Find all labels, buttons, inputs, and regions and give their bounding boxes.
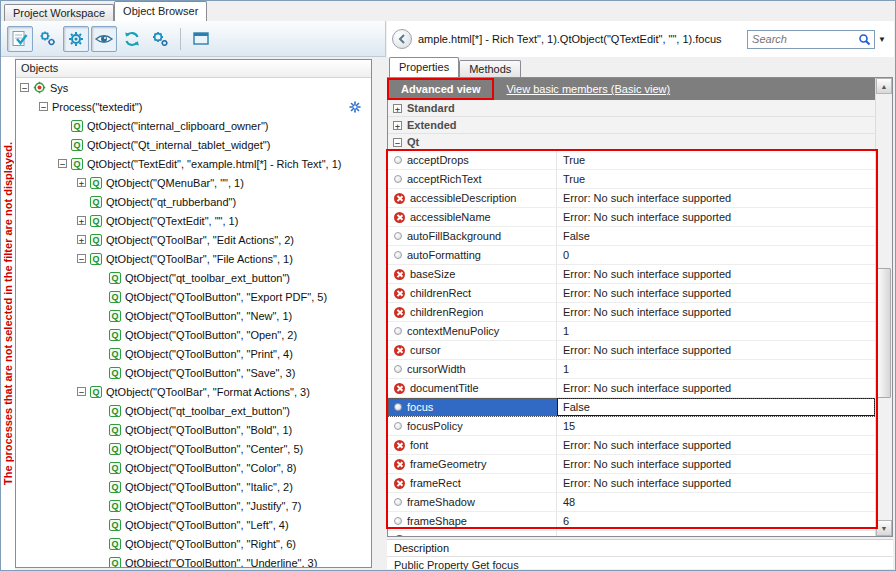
property-row-accessibleDescription[interactable]: accessibleDescriptionError: No such inte… — [388, 189, 875, 208]
error-icon — [394, 459, 405, 470]
property-value[interactable]: False — [557, 398, 875, 416]
tree-item[interactable]: QQtObject("QToolButton", "Left", 4) — [16, 515, 371, 534]
tab-methods[interactable]: Methods — [459, 60, 521, 77]
property-row-focus[interactable]: focusFalse — [388, 398, 875, 417]
collapse-icon[interactable]: − — [77, 387, 86, 396]
property-name-cell: frameShadow — [388, 493, 557, 511]
section-qt[interactable]: −Qt — [388, 134, 875, 151]
expand-icon[interactable]: + — [77, 216, 86, 225]
tree-item[interactable]: QQtObject("QToolButton", "Right", 6) — [16, 534, 371, 553]
tab-project-workspace[interactable]: Project Workspace — [4, 4, 114, 21]
collapse-icon[interactable]: − — [77, 254, 86, 263]
property-name-cell: frameGeometry — [388, 455, 557, 473]
advanced-view-label[interactable]: Advanced view — [391, 80, 490, 98]
search-dropdown-arrow[interactable]: ▼ — [875, 35, 889, 44]
collapse-icon[interactable]: − — [393, 138, 402, 147]
property-row-contextMenuPolicy[interactable]: contextMenuPolicy1 — [388, 322, 875, 341]
tab-object-browser[interactable]: Object Browser — [114, 1, 207, 21]
inspector-tabstrip: Properties Methods — [387, 57, 893, 77]
property-row-autoFormatting[interactable]: autoFormatting0 — [388, 246, 875, 265]
tree-item[interactable]: QQtObject("qt_toolbar_ext_button") — [16, 268, 371, 287]
collapse-icon[interactable]: − — [20, 83, 29, 92]
property-icon — [394, 156, 402, 164]
tree-item[interactable]: −QQtObject("QToolBar", "File Actions", 1… — [16, 249, 371, 268]
tree-item[interactable]: QQtObject("QToolButton", "Justify", 7) — [16, 496, 371, 515]
tree-item[interactable]: QQtObject("QToolButton", "New", 1) — [16, 306, 371, 325]
scroll-down-button[interactable]: ▼ — [876, 520, 892, 536]
property-row-childrenRegion[interactable]: childrenRegionError: No such interface s… — [388, 303, 875, 322]
property-row-frameShadow[interactable]: frameShadow48 — [388, 493, 875, 512]
qtobject-icon: Q — [109, 557, 121, 568]
vertical-scrollbar[interactable]: ▲ ▼ — [875, 78, 892, 536]
refresh-button[interactable] — [119, 26, 145, 52]
scroll-thumb[interactable] — [877, 268, 891, 398]
qtobject-icon: Q — [90, 177, 102, 189]
property-name: focus — [407, 401, 433, 413]
property-row-focusPolicy[interactable]: focusPolicy15 — [388, 417, 875, 436]
basic-view-link[interactable]: View basic members (Basic view) — [506, 83, 670, 95]
property-row-acceptDrops[interactable]: acceptDropsTrue — [388, 151, 875, 170]
tree-item[interactable]: −Process("textedit") — [16, 97, 371, 116]
property-value: 15 — [557, 417, 875, 435]
tree-item-label: QtObject("QTextEdit", "", 1) — [106, 215, 238, 227]
tree-item[interactable]: −QQtObject("QToolBar", "Format Actions",… — [16, 382, 371, 401]
tree-item[interactable]: QQtObject("qt_rubberband") — [16, 192, 371, 211]
object-map-button[interactable] — [35, 26, 61, 52]
tree-item[interactable]: QQtObject("QToolButton", "Italic", 2) — [16, 477, 371, 496]
property-row-accessibleName[interactable]: accessibleNameError: No such interface s… — [388, 208, 875, 227]
collapse-icon[interactable]: − — [58, 159, 67, 168]
property-value: Error: No such interface supported — [557, 208, 875, 226]
property-row-cursor[interactable]: cursorError: No such interface supported — [388, 341, 875, 360]
property-name: acceptRichText — [407, 173, 482, 185]
property-icon — [394, 422, 402, 430]
search-input[interactable] — [752, 33, 858, 45]
tree-item[interactable]: −QQtObject("TextEdit", "example.html[*] … — [16, 154, 371, 173]
property-icon — [394, 232, 402, 240]
expand-icon[interactable]: + — [77, 235, 86, 244]
tree-item[interactable]: QQtObject("QToolButton", "Underline", 3) — [16, 553, 371, 567]
tree-item[interactable]: QQtObject("QToolButton", "Export PDF", 5… — [16, 287, 371, 306]
tree-item[interactable]: QQtObject("QToolButton", "Open", 2) — [16, 325, 371, 344]
property-row-font[interactable]: fontError: No such interface supported — [388, 436, 875, 455]
tab-properties[interactable]: Properties — [389, 57, 459, 77]
property-icon — [394, 327, 402, 335]
watch-eye-button[interactable] — [91, 26, 117, 52]
expand-icon[interactable]: + — [393, 121, 402, 130]
property-row-autoFillBackground[interactable]: autoFillBackgroundFalse — [388, 227, 875, 246]
tree-item[interactable]: +QQtObject("QMenuBar", "", 1) — [16, 173, 371, 192]
collapse-icon[interactable]: − — [39, 102, 48, 111]
property-row-baseSize[interactable]: baseSizeError: No such interface support… — [388, 265, 875, 284]
back-button[interactable] — [392, 29, 412, 49]
tree-item[interactable]: QQtObject("QToolButton", "Color", 8) — [16, 458, 371, 477]
property-row-cursorWidth[interactable]: cursorWidth1 — [388, 360, 875, 379]
property-name: autoFillBackground — [407, 230, 501, 242]
app-window-button[interactable] — [188, 26, 214, 52]
tree-item[interactable]: QQtObject("Qt_internal_tablet_widget") — [16, 135, 371, 154]
tree-item[interactable]: QQtObject("internal_clipboard_owner") — [16, 116, 371, 135]
tree-item[interactable]: +QQtObject("QToolBar", "Edit Actions", 2… — [16, 230, 371, 249]
section-extended[interactable]: +Extended — [388, 117, 875, 134]
property-row-acceptRichText[interactable]: acceptRichTextTrue — [388, 170, 875, 189]
property-row-frameRect[interactable]: frameRectError: No such interface suppor… — [388, 474, 875, 493]
tree-item[interactable]: QQtObject("QToolButton", "Center", 5) — [16, 439, 371, 458]
property-row-frameSize[interactable]: frameSizeError: No such interface suppor… — [388, 531, 875, 536]
property-row-documentTitle[interactable]: documentTitleError: No such interface su… — [388, 379, 875, 398]
section-label: Standard — [407, 102, 455, 114]
expand-icon[interactable]: + — [77, 178, 86, 187]
search-icon[interactable] — [858, 33, 871, 46]
property-row-frameGeometry[interactable]: frameGeometryError: No such interface su… — [388, 455, 875, 474]
tree-item[interactable]: +QQtObject("QTextEdit", "", 1) — [16, 211, 371, 230]
property-row-frameShape[interactable]: frameShape6 — [388, 512, 875, 531]
property-row-childrenRect[interactable]: childrenRectError: No such interface sup… — [388, 284, 875, 303]
tree-item[interactable]: QQtObject("QToolButton", "Save", 3) — [16, 363, 371, 382]
verify-checklist-button[interactable] — [7, 26, 33, 52]
tools-button[interactable] — [147, 26, 173, 52]
tree-item[interactable]: QQtObject("qt_toolbar_ext_button") — [16, 401, 371, 420]
settings-gear-button[interactable] — [63, 26, 89, 52]
scroll-up-button[interactable]: ▲ — [876, 78, 892, 94]
tree-item[interactable]: QQtObject("QToolButton", "Bold", 1) — [16, 420, 371, 439]
expand-icon[interactable]: + — [393, 104, 402, 113]
tree-item[interactable]: QQtObject("QToolButton", "Print", 4) — [16, 344, 371, 363]
section-standard[interactable]: +Standard — [388, 100, 875, 117]
tree-item[interactable]: −Sys — [16, 78, 371, 97]
